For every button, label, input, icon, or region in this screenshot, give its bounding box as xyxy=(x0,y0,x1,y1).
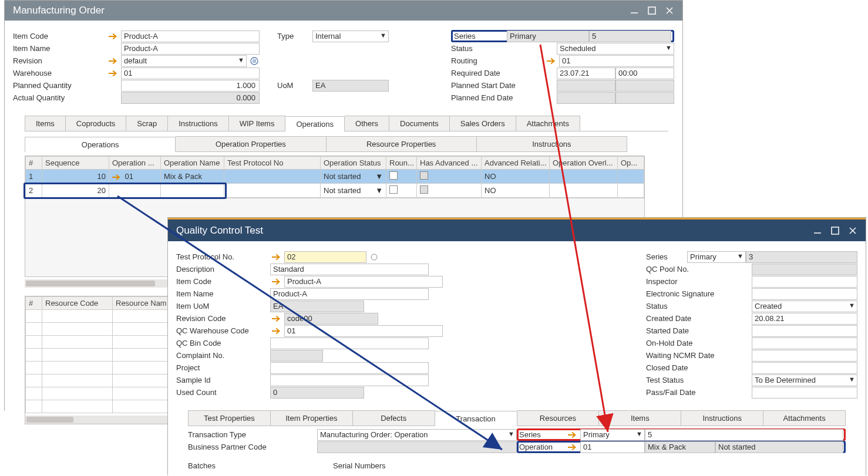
col-header[interactable]: Operation Status xyxy=(321,157,386,170)
qc-item-code-input[interactable]: Product-A xyxy=(284,276,443,288)
lookup-icon[interactable] xyxy=(369,252,379,262)
maximize-button[interactable] xyxy=(830,226,840,235)
esig-input[interactable] xyxy=(752,288,857,300)
close-button[interactable] xyxy=(848,226,857,235)
mo-left-col: Item CodeProduct-A Item NameProduct-A Re… xyxy=(13,30,260,104)
col-header[interactable]: Has Advanced ... xyxy=(417,157,482,170)
col-header[interactable]: Operation Overl... xyxy=(550,157,618,170)
res-col-code[interactable]: Resource Code xyxy=(42,297,113,310)
tab-instructions[interactable]: Instructions xyxy=(168,116,228,131)
tab-others[interactable]: Others xyxy=(345,116,389,131)
tab-operations[interactable]: Operations xyxy=(285,116,345,131)
col-header[interactable]: Operation Name xyxy=(161,157,224,170)
trans-series-label: Series xyxy=(519,430,566,439)
inspector-input[interactable] xyxy=(752,276,857,288)
series-no-field: 5 xyxy=(589,31,671,42)
table-row[interactable]: 110 01Mix & PackNot started ▼NO xyxy=(26,170,644,184)
details-icon[interactable] xyxy=(249,56,260,66)
trans-op-code[interactable]: 01 xyxy=(580,441,645,453)
minimize-button[interactable] xyxy=(813,226,822,235)
scrollbar[interactable] xyxy=(25,416,177,424)
trans-series-select[interactable]: Primary xyxy=(580,429,645,441)
qc-series-select[interactable]: Primary xyxy=(687,251,746,263)
closed-input[interactable] xyxy=(752,362,857,374)
description-input[interactable]: Standard xyxy=(270,264,429,275)
link-arrow-icon[interactable] xyxy=(107,69,121,77)
required-time-input[interactable]: 00:00 xyxy=(615,67,674,79)
required-date-input[interactable]: 23.07.21 xyxy=(557,67,615,79)
col-header[interactable]: Roun... xyxy=(386,157,417,170)
subtab-operation-properties[interactable]: Operation Properties xyxy=(176,136,326,151)
inspector-label: Inspector xyxy=(646,277,752,286)
status-select[interactable]: Scheduled xyxy=(557,43,674,55)
project-label: Project xyxy=(176,363,270,372)
table-row[interactable]: 220Not started ▼NO xyxy=(26,184,644,198)
tab-instructions[interactable]: Instructions xyxy=(681,410,763,426)
res-col-no[interactable]: # xyxy=(26,297,42,310)
tab-attachments[interactable]: Attachments xyxy=(516,116,580,131)
col-header[interactable]: # xyxy=(26,157,42,170)
revision-select[interactable]: default xyxy=(121,55,247,67)
tab-sales-orders[interactable]: Sales Orders xyxy=(450,116,516,131)
onhold-label: On-Hold Date xyxy=(646,339,752,347)
passfail-label: Pass/Fail Date xyxy=(646,388,752,397)
col-header[interactable]: Operation ... xyxy=(109,157,161,170)
qc-bin-input[interactable] xyxy=(270,337,429,349)
tab-resources[interactable]: Resources xyxy=(517,410,600,426)
sample-input[interactable] xyxy=(270,374,429,386)
link-arrow-icon[interactable] xyxy=(566,431,580,439)
tab-item-properties[interactable]: Item Properties xyxy=(271,410,353,426)
tab-transaction[interactable]: Transaction xyxy=(435,411,517,426)
tab-items[interactable]: Items xyxy=(599,410,681,426)
qc-item-name-input[interactable]: Product-A xyxy=(270,288,429,300)
subtab-operations[interactable]: Operations xyxy=(25,137,176,152)
tab-attachments[interactable]: Attachments xyxy=(763,410,846,426)
type-select[interactable]: Internal xyxy=(312,31,389,42)
test-status-select[interactable]: To Be Determined xyxy=(752,374,857,386)
link-arrow-icon[interactable] xyxy=(107,32,121,40)
tab-test-properties[interactable]: Test Properties xyxy=(188,410,271,426)
qc-status-select[interactable]: Created xyxy=(752,301,857,312)
trans-series-no[interactable]: 5 xyxy=(645,429,843,441)
tab-wip-items[interactable]: WIP Items xyxy=(229,116,286,131)
ncmr-input[interactable] xyxy=(752,350,857,362)
link-arrow-icon[interactable] xyxy=(270,278,284,286)
col-header[interactable]: Test Protocol No xyxy=(224,157,321,170)
planned-qty-input[interactable]: 1.000 xyxy=(121,80,260,92)
revision-label: Revision xyxy=(13,56,107,65)
tab-items[interactable]: Items xyxy=(25,116,66,131)
link-arrow-icon[interactable] xyxy=(270,253,284,261)
tab-documents[interactable]: Documents xyxy=(389,116,450,131)
tab-coproducts[interactable]: Coproducts xyxy=(66,116,126,131)
col-header[interactable]: Op... xyxy=(618,157,644,170)
link-arrow-icon[interactable] xyxy=(107,57,121,65)
passfail-input[interactable] xyxy=(752,387,857,399)
tab-scrap[interactable]: Scrap xyxy=(126,116,168,131)
minimize-button[interactable] xyxy=(630,6,639,15)
project-input[interactable] xyxy=(270,362,429,374)
col-header[interactable]: Advanced Relati... xyxy=(482,157,550,170)
tab-defects[interactable]: Defects xyxy=(353,410,435,426)
link-arrow-icon[interactable] xyxy=(270,327,284,335)
col-header[interactable]: Sequence xyxy=(42,157,109,170)
subtab-instructions[interactable]: Instructions xyxy=(477,136,627,151)
trans-type-select[interactable]: Manufacturing Order: Operation xyxy=(317,429,517,441)
routing-input[interactable]: 01 xyxy=(559,55,674,67)
onhold-input[interactable] xyxy=(752,337,857,349)
qc-warehouse-input[interactable]: 01 xyxy=(284,325,443,337)
mo-window-controls xyxy=(630,6,674,15)
item-code-input[interactable]: Product-A xyxy=(121,31,260,42)
protocol-input[interactable]: 02 xyxy=(284,251,366,263)
subtab-resource-properties[interactable]: Resource Properties xyxy=(327,136,477,151)
created-label: Created Date xyxy=(646,314,752,323)
maximize-button[interactable] xyxy=(647,6,657,15)
started-input[interactable] xyxy=(752,325,857,337)
trans-operation-highlight: Operation 01 Mix & Pack Not started xyxy=(517,441,846,453)
link-arrow-icon[interactable] xyxy=(566,443,580,451)
link-arrow-icon[interactable] xyxy=(270,315,284,323)
item-name-input[interactable]: Product-A xyxy=(121,43,260,55)
link-arrow-icon[interactable] xyxy=(545,57,559,65)
warehouse-input[interactable]: 01 xyxy=(121,67,260,79)
created-input[interactable]: 20.08.21 xyxy=(752,313,857,325)
close-button[interactable] xyxy=(665,6,674,15)
